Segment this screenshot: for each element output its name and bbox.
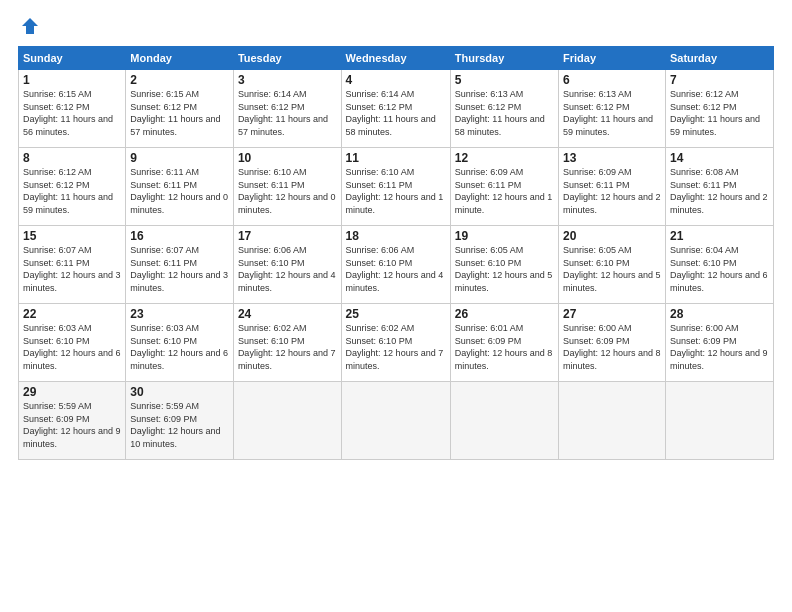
day-info: Sunrise: 6:14 AMSunset: 6:12 PMDaylight:…	[238, 89, 328, 137]
calendar-cell: 21 Sunrise: 6:04 AMSunset: 6:10 PMDaylig…	[665, 226, 773, 304]
col-friday: Friday	[559, 47, 666, 70]
day-number: 14	[670, 151, 769, 165]
calendar: Sunday Monday Tuesday Wednesday Thursday…	[18, 46, 774, 460]
day-number: 27	[563, 307, 661, 321]
day-info: Sunrise: 6:01 AMSunset: 6:09 PMDaylight:…	[455, 323, 553, 371]
day-info: Sunrise: 6:12 AMSunset: 6:12 PMDaylight:…	[23, 167, 113, 215]
day-info: Sunrise: 6:08 AMSunset: 6:11 PMDaylight:…	[670, 167, 768, 215]
day-info: Sunrise: 6:00 AMSunset: 6:09 PMDaylight:…	[563, 323, 661, 371]
logo	[18, 16, 40, 36]
calendar-cell: 13 Sunrise: 6:09 AMSunset: 6:11 PMDaylig…	[559, 148, 666, 226]
col-monday: Monday	[126, 47, 234, 70]
calendar-week-5: 29 Sunrise: 5:59 AMSunset: 6:09 PMDaylig…	[19, 382, 774, 460]
day-info: Sunrise: 5:59 AMSunset: 6:09 PMDaylight:…	[23, 401, 121, 449]
day-number: 19	[455, 229, 554, 243]
calendar-cell	[450, 382, 558, 460]
calendar-header-row: Sunday Monday Tuesday Wednesday Thursday…	[19, 47, 774, 70]
day-info: Sunrise: 6:09 AMSunset: 6:11 PMDaylight:…	[563, 167, 661, 215]
day-number: 9	[130, 151, 229, 165]
calendar-cell: 1 Sunrise: 6:15 AMSunset: 6:12 PMDayligh…	[19, 70, 126, 148]
day-number: 11	[346, 151, 446, 165]
calendar-cell: 2 Sunrise: 6:15 AMSunset: 6:12 PMDayligh…	[126, 70, 234, 148]
day-number: 28	[670, 307, 769, 321]
day-number: 12	[455, 151, 554, 165]
calendar-cell: 27 Sunrise: 6:00 AMSunset: 6:09 PMDaylig…	[559, 304, 666, 382]
day-number: 17	[238, 229, 337, 243]
day-info: Sunrise: 6:03 AMSunset: 6:10 PMDaylight:…	[23, 323, 121, 371]
day-number: 5	[455, 73, 554, 87]
calendar-cell: 16 Sunrise: 6:07 AMSunset: 6:11 PMDaylig…	[126, 226, 234, 304]
logo-icon	[20, 16, 40, 36]
calendar-cell: 29 Sunrise: 5:59 AMSunset: 6:09 PMDaylig…	[19, 382, 126, 460]
day-number: 1	[23, 73, 121, 87]
day-info: Sunrise: 6:10 AMSunset: 6:11 PMDaylight:…	[238, 167, 336, 215]
calendar-cell	[665, 382, 773, 460]
day-number: 15	[23, 229, 121, 243]
day-number: 25	[346, 307, 446, 321]
day-info: Sunrise: 6:06 AMSunset: 6:10 PMDaylight:…	[238, 245, 336, 293]
day-info: Sunrise: 6:10 AMSunset: 6:11 PMDaylight:…	[346, 167, 444, 215]
day-info: Sunrise: 6:13 AMSunset: 6:12 PMDaylight:…	[455, 89, 545, 137]
calendar-week-1: 1 Sunrise: 6:15 AMSunset: 6:12 PMDayligh…	[19, 70, 774, 148]
day-info: Sunrise: 6:05 AMSunset: 6:10 PMDaylight:…	[563, 245, 661, 293]
day-number: 26	[455, 307, 554, 321]
day-number: 16	[130, 229, 229, 243]
calendar-cell: 24 Sunrise: 6:02 AMSunset: 6:10 PMDaylig…	[233, 304, 341, 382]
day-number: 6	[563, 73, 661, 87]
col-sunday: Sunday	[19, 47, 126, 70]
calendar-cell: 3 Sunrise: 6:14 AMSunset: 6:12 PMDayligh…	[233, 70, 341, 148]
day-info: Sunrise: 6:14 AMSunset: 6:12 PMDaylight:…	[346, 89, 436, 137]
calendar-cell: 19 Sunrise: 6:05 AMSunset: 6:10 PMDaylig…	[450, 226, 558, 304]
calendar-cell: 6 Sunrise: 6:13 AMSunset: 6:12 PMDayligh…	[559, 70, 666, 148]
calendar-cell: 10 Sunrise: 6:10 AMSunset: 6:11 PMDaylig…	[233, 148, 341, 226]
day-info: Sunrise: 5:59 AMSunset: 6:09 PMDaylight:…	[130, 401, 220, 449]
calendar-cell: 28 Sunrise: 6:00 AMSunset: 6:09 PMDaylig…	[665, 304, 773, 382]
calendar-cell: 22 Sunrise: 6:03 AMSunset: 6:10 PMDaylig…	[19, 304, 126, 382]
calendar-cell: 11 Sunrise: 6:10 AMSunset: 6:11 PMDaylig…	[341, 148, 450, 226]
day-number: 20	[563, 229, 661, 243]
calendar-week-4: 22 Sunrise: 6:03 AMSunset: 6:10 PMDaylig…	[19, 304, 774, 382]
col-saturday: Saturday	[665, 47, 773, 70]
day-info: Sunrise: 6:09 AMSunset: 6:11 PMDaylight:…	[455, 167, 553, 215]
day-info: Sunrise: 6:02 AMSunset: 6:10 PMDaylight:…	[346, 323, 444, 371]
day-info: Sunrise: 6:00 AMSunset: 6:09 PMDaylight:…	[670, 323, 768, 371]
day-number: 4	[346, 73, 446, 87]
day-info: Sunrise: 6:11 AMSunset: 6:11 PMDaylight:…	[130, 167, 228, 215]
calendar-cell: 8 Sunrise: 6:12 AMSunset: 6:12 PMDayligh…	[19, 148, 126, 226]
calendar-cell: 26 Sunrise: 6:01 AMSunset: 6:09 PMDaylig…	[450, 304, 558, 382]
day-number: 21	[670, 229, 769, 243]
day-number: 2	[130, 73, 229, 87]
day-number: 13	[563, 151, 661, 165]
day-number: 22	[23, 307, 121, 321]
day-number: 29	[23, 385, 121, 399]
calendar-cell: 30 Sunrise: 5:59 AMSunset: 6:09 PMDaylig…	[126, 382, 234, 460]
calendar-cell: 15 Sunrise: 6:07 AMSunset: 6:11 PMDaylig…	[19, 226, 126, 304]
calendar-cell: 12 Sunrise: 6:09 AMSunset: 6:11 PMDaylig…	[450, 148, 558, 226]
day-info: Sunrise: 6:03 AMSunset: 6:10 PMDaylight:…	[130, 323, 228, 371]
calendar-cell: 23 Sunrise: 6:03 AMSunset: 6:10 PMDaylig…	[126, 304, 234, 382]
col-thursday: Thursday	[450, 47, 558, 70]
day-number: 30	[130, 385, 229, 399]
day-info: Sunrise: 6:07 AMSunset: 6:11 PMDaylight:…	[23, 245, 121, 293]
day-info: Sunrise: 6:06 AMSunset: 6:10 PMDaylight:…	[346, 245, 444, 293]
calendar-cell	[233, 382, 341, 460]
day-number: 18	[346, 229, 446, 243]
header	[18, 16, 774, 36]
day-number: 3	[238, 73, 337, 87]
calendar-cell: 5 Sunrise: 6:13 AMSunset: 6:12 PMDayligh…	[450, 70, 558, 148]
calendar-cell: 7 Sunrise: 6:12 AMSunset: 6:12 PMDayligh…	[665, 70, 773, 148]
day-info: Sunrise: 6:15 AMSunset: 6:12 PMDaylight:…	[23, 89, 113, 137]
day-number: 7	[670, 73, 769, 87]
day-info: Sunrise: 6:13 AMSunset: 6:12 PMDaylight:…	[563, 89, 653, 137]
calendar-cell: 25 Sunrise: 6:02 AMSunset: 6:10 PMDaylig…	[341, 304, 450, 382]
calendar-cell: 20 Sunrise: 6:05 AMSunset: 6:10 PMDaylig…	[559, 226, 666, 304]
calendar-cell: 4 Sunrise: 6:14 AMSunset: 6:12 PMDayligh…	[341, 70, 450, 148]
day-number: 8	[23, 151, 121, 165]
col-wednesday: Wednesday	[341, 47, 450, 70]
calendar-cell	[559, 382, 666, 460]
day-info: Sunrise: 6:02 AMSunset: 6:10 PMDaylight:…	[238, 323, 336, 371]
day-number: 23	[130, 307, 229, 321]
calendar-week-3: 15 Sunrise: 6:07 AMSunset: 6:11 PMDaylig…	[19, 226, 774, 304]
calendar-cell: 17 Sunrise: 6:06 AMSunset: 6:10 PMDaylig…	[233, 226, 341, 304]
calendar-cell	[341, 382, 450, 460]
